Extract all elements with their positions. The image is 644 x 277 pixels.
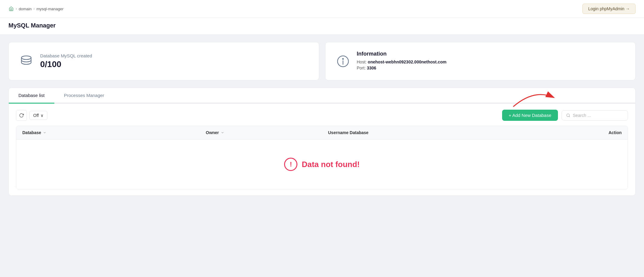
database-table: Database Owner xyxy=(16,126,628,140)
toolbar: Off ∨ xyxy=(16,110,628,121)
info-port-row: Port: 3306 xyxy=(357,66,447,70)
info-host-row: Host: onehost-webhn092302.000nethost.com xyxy=(357,60,447,64)
tab-processes-manager[interactable]: Processes Manager xyxy=(54,88,114,104)
column-header-action: Action xyxy=(536,126,628,140)
tabs-panel: Database list Processes Manager Off ∨ xyxy=(8,88,636,196)
breadcrumb-current: mysql-manager xyxy=(37,7,64,11)
breadcrumb-sep2: › xyxy=(34,7,35,11)
login-phpmyadmin-button[interactable]: Login phpMyAdmin → xyxy=(582,4,636,14)
info-title: Information xyxy=(357,51,447,57)
host-label: Host: xyxy=(357,60,367,64)
toolbar-right: + Add New Database xyxy=(502,110,628,121)
information-card: Information Host: onehost-webhn092302.00… xyxy=(325,42,636,80)
breadcrumb: › domain › mysql-manager xyxy=(8,6,63,11)
tab-database-list[interactable]: Database list xyxy=(9,88,54,104)
search-icon xyxy=(566,113,570,118)
empty-message: Data not found! xyxy=(302,160,360,169)
svg-line-6 xyxy=(569,116,570,117)
auto-refresh-dropdown[interactable]: Off ∨ xyxy=(29,111,47,120)
svg-point-0 xyxy=(21,56,31,60)
host-value: onehost-webhn092302.000nethost.com xyxy=(368,60,447,64)
database-icon xyxy=(18,53,34,69)
chevron-down-icon: ∨ xyxy=(40,113,43,118)
column-header-database: Database xyxy=(16,126,200,140)
search-input[interactable] xyxy=(573,113,623,118)
port-label: Port: xyxy=(357,66,366,70)
svg-point-3 xyxy=(342,58,343,59)
top-bar: › domain › mysql-manager Login phpMyAdmi… xyxy=(0,0,644,18)
port-value: 3306 xyxy=(367,66,376,70)
sort-icon-database xyxy=(43,131,46,134)
main-content: Database MySQL created 0/100 Information… xyxy=(0,35,644,203)
table-container: Database Owner xyxy=(16,126,628,189)
info-icon xyxy=(335,53,351,69)
database-created-card: Database MySQL created 0/100 xyxy=(8,42,319,80)
alert-circle-icon: ! xyxy=(284,158,297,171)
tab-content-database-list: Off ∨ xyxy=(9,104,635,195)
auto-refresh-value: Off xyxy=(33,113,39,118)
empty-state: ! Data not found! xyxy=(16,140,628,189)
info-content: Information Host: onehost-webhn092302.00… xyxy=(357,51,447,72)
toolbar-left: Off ∨ xyxy=(16,110,47,121)
cards-row: Database MySQL created 0/100 Information… xyxy=(8,42,636,80)
column-header-username: Username Database xyxy=(322,126,536,140)
refresh-button[interactable] xyxy=(16,110,27,121)
sort-icon-owner xyxy=(221,131,224,134)
breadcrumb-domain[interactable]: domain xyxy=(19,7,32,11)
database-created-value: 0/100 xyxy=(40,60,92,69)
home-icon xyxy=(8,6,14,11)
column-header-owner: Owner xyxy=(200,126,322,140)
database-created-content: Database MySQL created 0/100 xyxy=(40,53,92,69)
breadcrumb-sep1: › xyxy=(16,7,17,11)
page-header: MySQL Manager xyxy=(0,18,644,35)
database-created-label: Database MySQL created xyxy=(40,53,92,58)
tabs-header: Database list Processes Manager xyxy=(9,88,635,104)
search-box xyxy=(562,110,628,121)
empty-state-content: ! Data not found! xyxy=(22,158,622,171)
page-title: MySQL Manager xyxy=(8,22,636,29)
add-new-database-button[interactable]: + Add New Database xyxy=(502,110,558,121)
